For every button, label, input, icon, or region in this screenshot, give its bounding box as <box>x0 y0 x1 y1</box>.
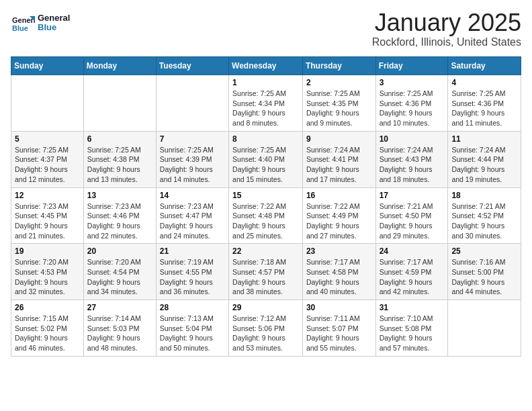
day-info: Sunrise: 7:20 AMSunset: 4:54 PMDaylight:… <box>87 257 152 297</box>
day-cell: 5Sunrise: 7:25 AMSunset: 4:37 PMDaylight… <box>11 131 84 187</box>
day-cell: 12Sunrise: 7:23 AMSunset: 4:45 PMDayligh… <box>11 187 84 244</box>
day-cell: 27Sunrise: 7:14 AMSunset: 5:03 PMDayligh… <box>83 300 156 357</box>
day-cell: 29Sunrise: 7:12 AMSunset: 5:06 PMDayligh… <box>229 300 303 357</box>
day-info: Sunrise: 7:19 AMSunset: 4:55 PMDaylight:… <box>160 257 225 297</box>
day-cell: 13Sunrise: 7:23 AMSunset: 4:46 PMDayligh… <box>83 187 156 244</box>
day-number: 14 <box>160 191 225 200</box>
day-number: 25 <box>451 246 517 256</box>
weekday-header-row: SundayMondayTuesdayWednesdayThursdayFrid… <box>11 57 521 75</box>
day-info: Sunrise: 7:18 AMSunset: 4:57 PMDaylight:… <box>232 257 299 297</box>
day-info: Sunrise: 7:25 AMSunset: 4:37 PMDaylight:… <box>15 145 80 185</box>
weekday-thursday: Thursday <box>302 57 375 75</box>
day-info: Sunrise: 7:24 AMSunset: 4:43 PMDaylight:… <box>380 145 445 185</box>
calendar-table: SundayMondayTuesdayWednesdayThursdayFrid… <box>11 56 521 357</box>
day-info: Sunrise: 7:25 AMSunset: 4:40 PMDaylight:… <box>232 145 299 185</box>
weekday-monday: Monday <box>83 57 156 75</box>
day-number: 21 <box>160 246 225 256</box>
day-cell: 20Sunrise: 7:20 AMSunset: 4:54 PMDayligh… <box>83 244 156 300</box>
day-cell: 16Sunrise: 7:22 AMSunset: 4:49 PMDayligh… <box>302 187 375 244</box>
day-cell: 26Sunrise: 7:15 AMSunset: 5:02 PMDayligh… <box>11 300 84 357</box>
day-info: Sunrise: 7:23 AMSunset: 4:47 PMDaylight:… <box>160 201 225 241</box>
day-cell: 30Sunrise: 7:11 AMSunset: 5:07 PMDayligh… <box>302 300 375 357</box>
day-cell: 9Sunrise: 7:24 AMSunset: 4:41 PMDaylight… <box>302 131 375 187</box>
weekday-sunday: Sunday <box>11 57 84 75</box>
day-number: 10 <box>380 134 445 144</box>
day-number: 31 <box>380 303 445 312</box>
logo: General Blue General Blue <box>11 11 70 35</box>
day-info: Sunrise: 7:25 AMSunset: 4:39 PMDaylight:… <box>160 145 225 185</box>
day-number: 19 <box>15 246 80 256</box>
day-info: Sunrise: 7:20 AMSunset: 4:53 PMDaylight:… <box>15 257 80 297</box>
day-cell: 10Sunrise: 7:24 AMSunset: 4:43 PMDayligh… <box>375 131 448 187</box>
day-cell: 11Sunrise: 7:24 AMSunset: 4:44 PMDayligh… <box>448 131 521 187</box>
day-number: 5 <box>15 134 80 144</box>
week-row-3: 12Sunrise: 7:23 AMSunset: 4:45 PMDayligh… <box>11 187 521 244</box>
day-cell: 2Sunrise: 7:25 AMSunset: 4:35 PMDaylight… <box>302 75 375 132</box>
day-info: Sunrise: 7:16 AMSunset: 5:00 PMDaylight:… <box>451 257 517 297</box>
day-number: 29 <box>232 303 299 312</box>
calendar-subtitle: Rockford, Illinois, United States <box>372 36 521 48</box>
day-number: 8 <box>232 134 299 144</box>
day-cell: 17Sunrise: 7:21 AMSunset: 4:50 PMDayligh… <box>375 187 448 244</box>
day-number: 15 <box>232 191 299 200</box>
day-info: Sunrise: 7:14 AMSunset: 5:03 PMDaylight:… <box>87 314 152 353</box>
day-info: Sunrise: 7:23 AMSunset: 4:46 PMDaylight:… <box>87 201 152 241</box>
logo-icon: General Blue <box>11 11 35 35</box>
day-info: Sunrise: 7:13 AMSunset: 5:04 PMDaylight:… <box>160 314 225 353</box>
day-number: 20 <box>87 246 152 256</box>
day-info: Sunrise: 7:21 AMSunset: 4:52 PMDaylight:… <box>451 201 517 241</box>
day-number: 23 <box>306 246 372 256</box>
day-info: Sunrise: 7:22 AMSunset: 4:48 PMDaylight:… <box>232 201 299 241</box>
day-info: Sunrise: 7:23 AMSunset: 4:45 PMDaylight:… <box>15 201 80 241</box>
day-number: 6 <box>87 134 152 144</box>
title-block: January 2025 Rockford, Illinois, United … <box>372 11 521 48</box>
day-number: 28 <box>160 303 225 312</box>
day-info: Sunrise: 7:25 AMSunset: 4:34 PMDaylight:… <box>232 89 299 128</box>
day-info: Sunrise: 7:11 AMSunset: 5:07 PMDaylight:… <box>306 314 372 353</box>
day-info: Sunrise: 7:10 AMSunset: 5:08 PMDaylight:… <box>380 314 445 353</box>
day-info: Sunrise: 7:25 AMSunset: 4:35 PMDaylight:… <box>306 89 372 128</box>
day-number: 4 <box>451 78 517 87</box>
day-cell: 7Sunrise: 7:25 AMSunset: 4:39 PMDaylight… <box>156 131 228 187</box>
day-cell: 31Sunrise: 7:10 AMSunset: 5:08 PMDayligh… <box>375 300 448 357</box>
day-info: Sunrise: 7:21 AMSunset: 4:50 PMDaylight:… <box>380 201 445 241</box>
weekday-tuesday: Tuesday <box>156 57 228 75</box>
day-cell: 6Sunrise: 7:25 AMSunset: 4:38 PMDaylight… <box>83 131 156 187</box>
svg-text:Blue: Blue <box>12 24 28 32</box>
day-cell <box>11 75 84 132</box>
calendar-body: 1Sunrise: 7:25 AMSunset: 4:34 PMDaylight… <box>11 75 521 357</box>
logo-line1: General <box>38 13 70 23</box>
day-cell: 22Sunrise: 7:18 AMSunset: 4:57 PMDayligh… <box>229 244 303 300</box>
day-info: Sunrise: 7:24 AMSunset: 4:44 PMDaylight:… <box>451 145 517 185</box>
day-cell: 1Sunrise: 7:25 AMSunset: 4:34 PMDaylight… <box>229 75 303 132</box>
day-info: Sunrise: 7:24 AMSunset: 4:41 PMDaylight:… <box>306 145 372 185</box>
day-info: Sunrise: 7:25 AMSunset: 4:36 PMDaylight:… <box>380 89 445 128</box>
day-cell: 4Sunrise: 7:25 AMSunset: 4:36 PMDaylight… <box>448 75 521 132</box>
week-row-1: 1Sunrise: 7:25 AMSunset: 4:34 PMDaylight… <box>11 75 521 132</box>
calendar-title: January 2025 <box>372 11 521 35</box>
day-info: Sunrise: 7:17 AMSunset: 4:59 PMDaylight:… <box>380 257 445 297</box>
day-number: 9 <box>306 134 372 144</box>
weekday-friday: Friday <box>375 57 448 75</box>
day-cell: 25Sunrise: 7:16 AMSunset: 5:00 PMDayligh… <box>448 244 521 300</box>
day-info: Sunrise: 7:12 AMSunset: 5:06 PMDaylight:… <box>232 314 299 353</box>
day-info: Sunrise: 7:25 AMSunset: 4:36 PMDaylight:… <box>451 89 517 128</box>
day-number: 18 <box>451 191 517 200</box>
day-cell <box>448 300 521 357</box>
day-number: 30 <box>306 303 372 312</box>
day-info: Sunrise: 7:15 AMSunset: 5:02 PMDaylight:… <box>15 314 80 353</box>
day-info: Sunrise: 7:22 AMSunset: 4:49 PMDaylight:… <box>306 201 372 241</box>
week-row-5: 26Sunrise: 7:15 AMSunset: 5:02 PMDayligh… <box>11 300 521 357</box>
day-number: 17 <box>380 191 445 200</box>
day-cell: 28Sunrise: 7:13 AMSunset: 5:04 PMDayligh… <box>156 300 228 357</box>
day-cell: 14Sunrise: 7:23 AMSunset: 4:47 PMDayligh… <box>156 187 228 244</box>
day-number: 13 <box>87 191 152 200</box>
day-number: 27 <box>87 303 152 312</box>
day-number: 7 <box>160 134 225 144</box>
day-number: 11 <box>451 134 517 144</box>
day-number: 24 <box>380 246 445 256</box>
week-row-4: 19Sunrise: 7:20 AMSunset: 4:53 PMDayligh… <box>11 244 521 300</box>
day-number: 22 <box>232 246 299 256</box>
day-cell: 21Sunrise: 7:19 AMSunset: 4:55 PMDayligh… <box>156 244 228 300</box>
day-number: 12 <box>15 191 80 200</box>
